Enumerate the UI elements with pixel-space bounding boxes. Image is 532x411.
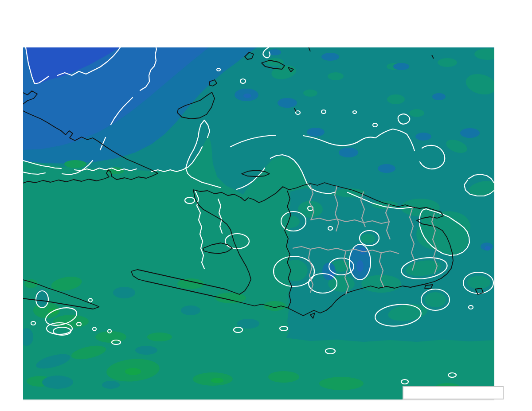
- temperature-map: [0, 0, 532, 411]
- map-fill-layers: [16, 47, 501, 399]
- weather-map-page: [0, 0, 532, 411]
- attribution-box: [403, 386, 504, 399]
